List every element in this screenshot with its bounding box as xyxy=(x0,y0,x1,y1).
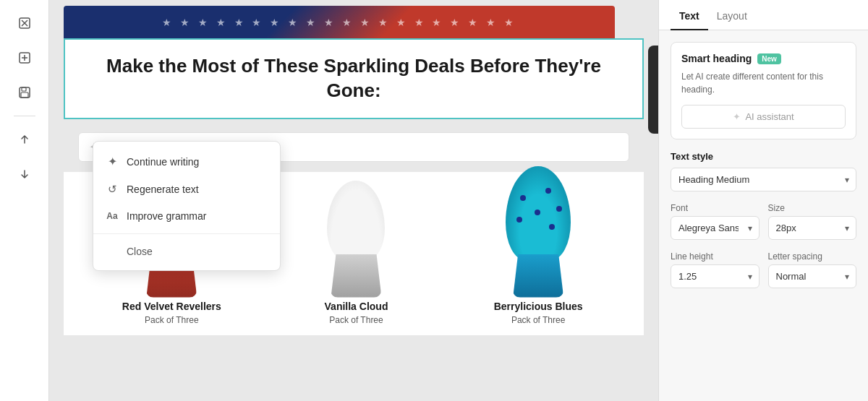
ai-assistant-button[interactable]: ✦ AI assistant xyxy=(681,105,846,129)
text-style-section: Text style Heading Medium Heading Large … xyxy=(671,151,856,191)
regenerate-icon: ↺ xyxy=(105,183,119,196)
regenerate-text-item[interactable]: ↺ Regenerate text xyxy=(93,176,280,203)
cupcake-vanilla-cloud: Vanilla Cloud Pack of Three xyxy=(309,182,403,325)
cupcake-white-name: Vanilla Cloud xyxy=(325,301,388,312)
line-height-label: Line height xyxy=(671,251,760,262)
smart-heading-header: Smart heading New xyxy=(681,53,846,64)
delete-toolbar-btn[interactable] xyxy=(10,9,39,38)
panel-content: Smart heading New Let AI create differen… xyxy=(659,30,868,401)
smart-heading-desc: Let AI create different content for this… xyxy=(681,70,846,96)
improve-grammar-item[interactable]: Aa Improve grammar xyxy=(93,203,280,229)
add-toolbar-btn[interactable] xyxy=(10,43,39,72)
cupcake-blue-name: Berrylicious Blues xyxy=(494,301,583,312)
float-toolbar xyxy=(648,46,658,134)
letter-spacing-section: Letter spacing Normal Tight Wide xyxy=(768,251,857,288)
letter-spacing-select-wrapper: Normal Tight Wide xyxy=(768,264,857,288)
right-panel: Text Layout Smart heading New Let AI cre… xyxy=(658,0,868,401)
line-height-select[interactable]: 1.0 1.25 1.5 2.0 xyxy=(671,264,760,288)
cupcake-white-image xyxy=(309,182,403,298)
text-style-label: Text style xyxy=(671,151,856,162)
ai-btn-icon: ✦ xyxy=(733,111,741,122)
regenerate-text-label: Regenerate text xyxy=(127,184,199,195)
line-letter-row: Line height 1.0 1.25 1.5 2.0 Letter spac… xyxy=(671,251,856,288)
cupcake-red-name: Red Velvet Revellers xyxy=(122,301,221,312)
font-select[interactable]: Alegreya Sans Arial Georgia xyxy=(671,216,760,240)
float-add-btn[interactable] xyxy=(652,77,658,102)
continue-writing-label: Continue writing xyxy=(127,156,199,168)
grammar-icon: Aa xyxy=(105,211,119,221)
cupcake-white-sub: Pack of Three xyxy=(329,315,383,325)
main-heading: Make the Most of These Sparkling Deals B… xyxy=(87,54,621,103)
float-delete-btn[interactable] xyxy=(652,50,658,74)
font-label: Font xyxy=(671,203,760,213)
cupcake-berrylicious: Berrylicious Blues Pack of Three xyxy=(491,182,585,325)
tab-layout[interactable]: Layout xyxy=(708,0,756,30)
ai-btn-label: AI assistant xyxy=(745,111,793,122)
letter-spacing-label: Letter spacing xyxy=(768,251,857,262)
font-size-row: Font Alegreya Sans Arial Georgia Size 16… xyxy=(671,203,856,240)
toolbar-divider xyxy=(14,116,35,116)
save-toolbar-btn[interactable] xyxy=(10,78,39,107)
text-style-select[interactable]: Heading Medium Heading Large Heading Sma… xyxy=(671,168,856,191)
stars-banner xyxy=(64,6,615,38)
heading-box[interactable]: Make the Most of These Sparkling Deals B… xyxy=(64,38,644,119)
close-menu-item[interactable]: Close xyxy=(93,238,280,264)
line-height-select-wrapper: 1.0 1.25 1.5 2.0 xyxy=(671,264,760,288)
move-up-btn[interactable] xyxy=(10,125,39,154)
svg-rect-8 xyxy=(21,92,28,98)
size-select-wrapper: 16px 20px 24px 28px 32px xyxy=(768,216,857,240)
tab-text[interactable]: Text xyxy=(671,0,708,30)
close-label: Close xyxy=(127,246,153,257)
cupcake-red-sub: Pack of Three xyxy=(145,315,198,325)
cupcake-blue-sub: Pack of Three xyxy=(511,315,565,325)
size-section: Size 16px 20px 24px 28px 32px xyxy=(768,203,857,240)
left-toolbar xyxy=(0,0,49,401)
font-section: Font Alegreya Sans Arial Georgia xyxy=(671,203,760,240)
size-label: Size xyxy=(768,203,857,213)
improve-grammar-label: Improve grammar xyxy=(127,210,206,222)
canvas-area: Make the Most of These Sparkling Deals B… xyxy=(49,0,658,401)
menu-divider xyxy=(93,233,280,234)
cupcake-blue-image xyxy=(491,182,585,298)
float-save-btn[interactable] xyxy=(652,105,658,129)
font-select-wrapper: Alegreya Sans Arial Georgia xyxy=(671,216,760,240)
text-style-select-wrapper: Heading Medium Heading Large Heading Sma… xyxy=(671,168,856,191)
smart-heading-card: Smart heading New Let AI create differen… xyxy=(671,42,856,139)
line-height-section: Line height 1.0 1.25 1.5 2.0 xyxy=(671,251,760,288)
ai-dropdown-menu: ✦ Continue writing ↺ Regenerate text Aa … xyxy=(93,141,281,271)
move-down-btn[interactable] xyxy=(10,160,39,189)
continue-writing-item[interactable]: ✦ Continue writing xyxy=(93,147,280,176)
letter-spacing-select[interactable]: Normal Tight Wide xyxy=(768,264,857,288)
size-select[interactable]: 16px 20px 24px 28px 32px xyxy=(768,216,857,240)
continue-writing-icon: ✦ xyxy=(105,155,119,168)
panel-tabs: Text Layout xyxy=(659,0,868,30)
smart-heading-title: Smart heading xyxy=(681,53,752,64)
new-badge: New xyxy=(757,53,781,64)
